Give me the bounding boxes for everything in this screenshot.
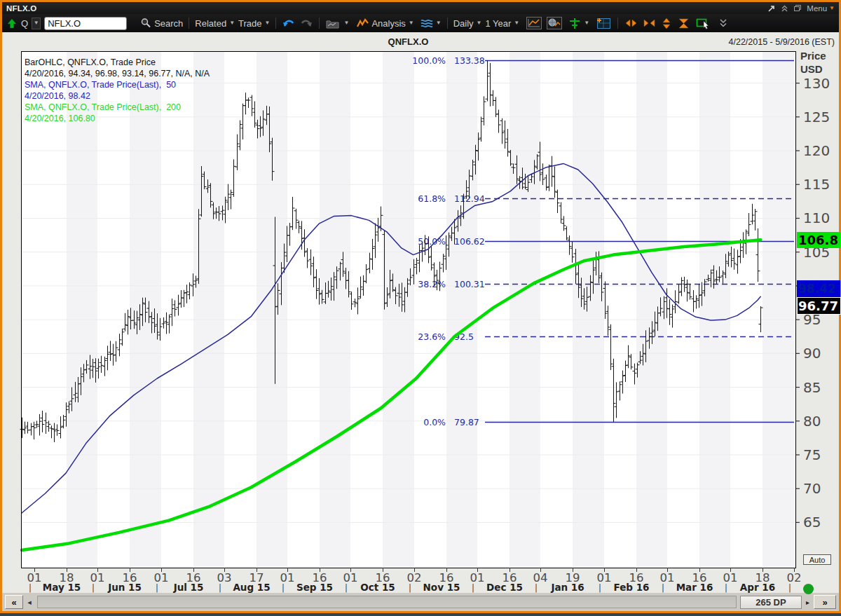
compress-horizontal-icon	[643, 18, 656, 29]
collapse-up-icon[interactable]	[781, 4, 788, 13]
globe-chart-thumb-icon	[547, 17, 562, 29]
line-chart-thumb-icon	[526, 17, 542, 29]
app-window: NFLX.O Menu ▼ Q ▼ Search	[0, 0, 841, 616]
open-chart-button[interactable]	[325, 18, 340, 29]
titlebar: NFLX.O Menu ▼	[2, 2, 839, 14]
chevron-down-icon: ▼	[229, 20, 235, 26]
undo-button[interactable]	[282, 17, 296, 29]
double-chevron-down-icon	[719, 18, 727, 28]
quote-type-dropdown[interactable]: ▼	[32, 18, 41, 29]
expand-vertical-icon	[661, 18, 673, 29]
legend-sma200-value: 4/20/2016, 106.80	[25, 113, 210, 124]
hourglass-compress-icon	[678, 18, 690, 29]
expand-vertical-button[interactable]	[660, 17, 674, 30]
legend-ohlc-values: 4/20/2016, 94.34, 96.98, 93.14, 96.77, N…	[25, 68, 210, 79]
more-tools-button[interactable]	[718, 18, 728, 29]
divider	[189, 18, 189, 29]
chevron-down-icon: ▼	[436, 20, 442, 26]
sma50-price-badge: 98.42	[797, 280, 840, 297]
chevron-down-icon: ▼	[477, 20, 482, 26]
range-menu[interactable]: 1 Year ▼	[485, 18, 519, 29]
expand-horizontal-button[interactable]	[624, 17, 638, 29]
analysis-menu[interactable]: Analysis ▼	[357, 18, 413, 29]
price-levels-icon	[568, 18, 581, 29]
search-icon	[140, 18, 151, 29]
restore-window-icon[interactable]	[793, 4, 802, 12]
chevron-down-icon: ▼	[34, 20, 39, 26]
chart-legend: BarOHLC, QNFLX.O, Trade Price 4/20/2016,…	[25, 57, 210, 124]
sma200-price-badge: 106.8	[797, 232, 840, 248]
window-title: NFLX.O	[6, 4, 36, 13]
auto-scale-button[interactable]: Auto	[803, 554, 831, 565]
related-label: Related	[195, 18, 226, 29]
chart-style-button[interactable]	[526, 16, 542, 30]
redo-button[interactable]	[299, 17, 313, 29]
undo-icon	[282, 18, 295, 29]
chart-globe-button[interactable]	[546, 16, 563, 30]
quote-up-arrow-icon	[6, 18, 18, 29]
trade-label: Trade	[238, 18, 261, 29]
chevron-down-icon: ▼	[409, 20, 414, 26]
compress-vertical-button[interactable]	[677, 17, 690, 30]
menu-label: Menu	[807, 4, 827, 13]
redo-icon	[300, 18, 313, 29]
levels-tool-button[interactable]: ▼	[568, 18, 589, 29]
legend-ohlc-series: BarOHLC, QNFLX.O, Trade Price	[25, 57, 210, 68]
time-scrollbar: « ◂ 265 DP ▸ »	[2, 593, 839, 611]
expand-horizontal-icon	[624, 18, 638, 29]
chevron-down-icon: ▼	[829, 6, 835, 11]
last-price-badge: 96.77	[797, 297, 841, 315]
popout-icon[interactable]	[767, 4, 776, 13]
add-grid-button[interactable]	[596, 17, 612, 30]
selection-rectangle-icon	[696, 17, 711, 29]
chart-title: QNFLX.O	[0, 36, 816, 47]
window-bottom-edge	[0, 613, 841, 616]
scroll-far-left-button[interactable]: «	[5, 595, 23, 609]
folder-chart-icon	[326, 18, 339, 29]
zoom-select-button[interactable]	[695, 16, 712, 30]
legend-sma50-value: 4/20/2016, 98.42	[25, 90, 210, 102]
chevron-down-icon: ▼	[514, 20, 519, 26]
range-label: 1 Year	[485, 18, 511, 29]
status-indicator-dot	[803, 584, 814, 594]
price-axis-title: Price USD	[800, 49, 826, 76]
search-label: Search	[154, 18, 183, 29]
datapoints-button[interactable]: 265 DP	[740, 596, 802, 609]
quote-type-label[interactable]: Q	[21, 18, 28, 29]
divider	[447, 18, 448, 29]
analysis-zigzag-icon	[357, 18, 369, 28]
compress-horizontal-button[interactable]	[642, 17, 657, 29]
scroll-right-button[interactable]: ▸	[806, 598, 809, 606]
related-menu[interactable]: Related ▼	[195, 18, 235, 29]
waves-tool-button[interactable]: ▼	[420, 18, 442, 29]
legend-sma200-series: SMA, QNFLX.O, Trade Price(Last), 200	[25, 102, 210, 113]
scroll-far-right-button[interactable]: »	[814, 595, 836, 609]
menu-button[interactable]: Menu ▼	[807, 4, 835, 13]
interval-label: Daily	[453, 18, 474, 29]
chart-date-range: 4/22/2015 - 5/9/2016 (EST)	[729, 37, 835, 47]
main-toolbar: Q ▼ Search Related ▼ Trade ▼ ▼ Analy	[2, 14, 839, 32]
scroll-left-button[interactable]: ◂	[25, 598, 34, 607]
axis-title-usd: USD	[800, 62, 826, 76]
search-button[interactable]: Search	[140, 18, 183, 29]
trade-menu[interactable]: Trade ▼	[238, 18, 270, 29]
interval-menu[interactable]: Daily ▼	[453, 18, 482, 29]
chevron-down-icon[interactable]: ▼	[343, 20, 349, 26]
analysis-label: Analysis	[371, 18, 405, 29]
chevron-down-icon: ▼	[265, 20, 271, 26]
divider	[319, 18, 320, 29]
axis-title-price: Price	[800, 49, 826, 62]
symbol-input[interactable]	[44, 17, 127, 30]
divider	[275, 18, 276, 29]
grid-window-icon	[596, 18, 611, 29]
scrollbar-track[interactable]	[37, 596, 737, 608]
waves-icon	[420, 18, 433, 29]
legend-sma50-series: SMA, QNFLX.O, Trade Price(Last), 50	[25, 79, 210, 90]
chevron-down-icon: ▼	[584, 20, 589, 26]
divider	[617, 18, 618, 29]
